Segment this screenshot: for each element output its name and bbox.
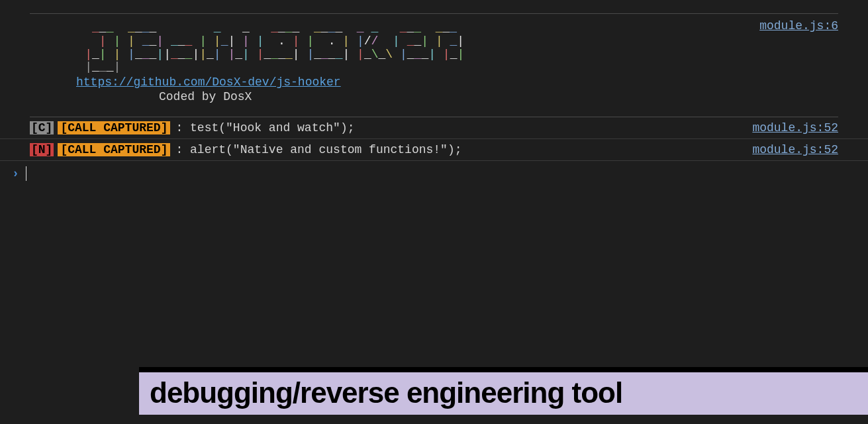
log-message: : alert("Native and custom functions!");	[175, 143, 752, 156]
console-input[interactable]	[26, 166, 856, 181]
log-message: : test("Hook and watch");	[175, 121, 752, 134]
ascii-art-logo: ___ ____ _ _ ____ ____ _ _ ___ ___ | | |…	[30, 14, 838, 74]
source-link[interactable]: module.js:52	[752, 121, 838, 134]
log-row: [C] [CALL CAPTURED] : test("Hook and wat…	[0, 117, 868, 139]
source-link[interactable]: module.js:6	[759, 19, 838, 32]
console-header: module.js:6 ___ ____ _ _ ____ ____ _ _ _…	[0, 14, 868, 110]
coded-by-text: Coded by DosX	[30, 90, 838, 103]
source-link[interactable]: module.js:52	[752, 143, 838, 156]
call-captured-badge: [CALL CAPTURED]	[58, 143, 170, 156]
repo-link[interactable]: https://github.com/DosX-dev/js-hooker	[30, 76, 341, 89]
console-prompt[interactable]: ›	[0, 161, 868, 186]
console-panel: module.js:6 ___ ____ _ _ ____ ____ _ _ _…	[0, 13, 868, 186]
call-captured-badge: [CALL CAPTURED]	[58, 121, 170, 134]
chevron-icon: ›	[12, 167, 19, 180]
log-row: [N] [CALL CAPTURED] : alert("Native and …	[0, 139, 868, 161]
banner-overlay: debugging/reverse engineering tool	[139, 367, 868, 415]
log-type-badge-custom: [C]	[30, 121, 54, 134]
log-type-badge-native: [N]	[30, 143, 54, 156]
